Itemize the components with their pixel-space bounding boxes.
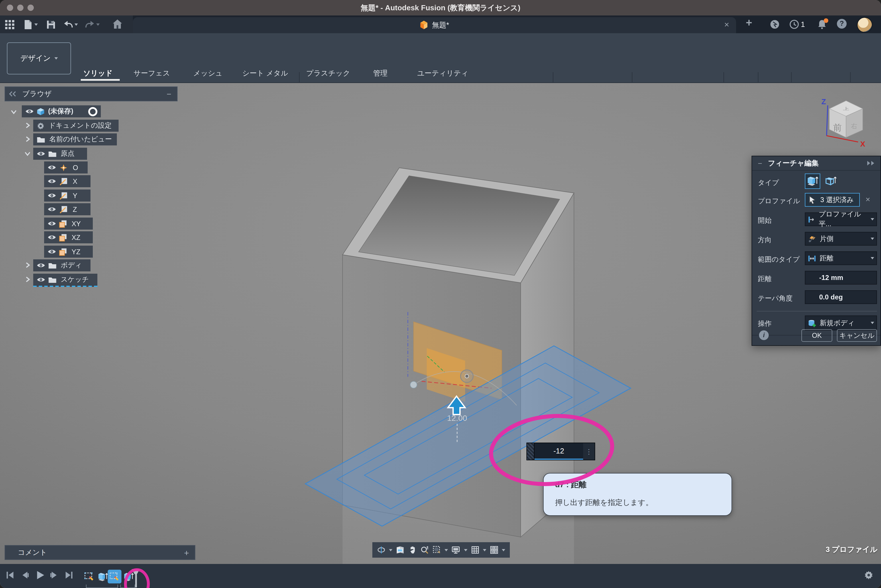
viewcube-front-label[interactable]: 前 <box>833 123 842 132</box>
eye-icon[interactable] <box>48 220 56 227</box>
inline-options-icon[interactable]: ⋮ <box>583 443 595 460</box>
timeline-feature-extrude2[interactable] <box>123 571 134 582</box>
tree-chevron[interactable] <box>24 122 31 129</box>
tree-row-named-views[interactable]: 名前の付いたビュー <box>33 134 117 146</box>
tab-close-icon[interactable]: × <box>724 20 729 29</box>
orbit-icon[interactable] <box>377 544 386 555</box>
tree-row-axis-y[interactable]: Y <box>44 189 90 201</box>
timeline-go-to-end-icon[interactable] <box>64 570 74 580</box>
eye-icon[interactable] <box>48 206 56 212</box>
undo-icon[interactable] <box>63 20 73 30</box>
eye-icon[interactable] <box>48 249 56 255</box>
eye-icon[interactable] <box>48 178 56 184</box>
info-icon[interactable]: i <box>759 330 769 340</box>
viewports-caret[interactable] <box>502 549 505 551</box>
timeline-go-to-start-icon[interactable] <box>5 570 15 580</box>
eye-icon[interactable] <box>37 262 45 268</box>
tab-surface[interactable]: サーフェス <box>134 69 170 78</box>
tree-row-plane-xy[interactable]: XY <box>44 218 93 230</box>
tree-chevron-root[interactable] <box>10 108 17 115</box>
eye-icon[interactable] <box>48 234 56 240</box>
timeline-feature-sketch2-selected[interactable] <box>108 570 122 584</box>
tree-row-bodies[interactable]: ボディ <box>33 260 90 272</box>
view-cube[interactable]: 上 前 右 Z X <box>821 98 865 148</box>
unsaved-ring-badge[interactable] <box>88 107 98 116</box>
tab-plastic[interactable]: プラスチック <box>306 69 350 78</box>
file-menu-icon[interactable] <box>23 20 33 30</box>
tree-chevron[interactable] <box>24 150 31 157</box>
display-settings-icon[interactable] <box>452 544 460 555</box>
dialog-header[interactable]: − フィーチャ編集 <box>752 156 880 171</box>
type-option-thin[interactable] <box>824 175 838 188</box>
new-tab-icon[interactable]: + <box>746 16 752 29</box>
zoom-icon[interactable] <box>421 544 429 555</box>
tab-sheetmetal[interactable]: シート メタル <box>242 69 288 78</box>
eye-icon[interactable] <box>48 192 56 199</box>
viewcube-top-label[interactable]: 上 <box>843 106 849 111</box>
grid-caret[interactable] <box>483 549 486 551</box>
distance-input[interactable]: -12 mm <box>805 271 877 285</box>
tree-chevron[interactable] <box>24 262 31 268</box>
save-icon[interactable] <box>46 20 56 30</box>
tab-manage[interactable]: 管理 <box>373 69 388 78</box>
timeline-feature-sketch1[interactable] <box>84 571 95 582</box>
timeline-play-icon[interactable] <box>35 570 45 580</box>
tree-row-plane-yz[interactable]: YZ <box>44 246 93 258</box>
timeline-step-back-icon[interactable] <box>20 570 30 580</box>
viewports-icon[interactable] <box>490 544 499 555</box>
ok-button[interactable]: OK <box>801 329 832 342</box>
direction-dropdown[interactable]: 片側 <box>805 232 877 246</box>
extent-type-dropdown[interactable]: 距離 <box>805 251 877 265</box>
cancel-button[interactable]: キャンセル <box>837 329 877 342</box>
tab-solid[interactable]: ソリッド <box>83 69 113 78</box>
dialog-pin-icon[interactable] <box>867 160 875 166</box>
eye-icon[interactable] <box>25 108 34 114</box>
viewcube-right-label[interactable]: 右 <box>851 123 857 130</box>
tree-row-origin[interactable]: 原点 <box>33 148 87 160</box>
zoom-window-icon[interactable] <box>433 544 441 555</box>
app-grid-icon[interactable] <box>5 20 15 30</box>
help-icon[interactable]: ? <box>837 19 846 28</box>
comments-panel[interactable]: コメント + <box>5 545 195 560</box>
inline-distance-input[interactable]: -12 <box>534 443 583 460</box>
origin-point[interactable] <box>410 381 417 388</box>
timeline-step-forward-icon[interactable] <box>49 570 59 580</box>
look-at-icon[interactable] <box>396 544 405 555</box>
timeline-feature-extrude1[interactable] <box>97 571 108 582</box>
dialog-collapse-icon[interactable]: − <box>758 159 762 168</box>
zoom-window-caret[interactable] <box>445 549 448 551</box>
eye-icon[interactable] <box>37 276 45 283</box>
taper-angle-input[interactable]: 0.0 deg <box>805 290 877 304</box>
undo-caret[interactable] <box>74 24 78 26</box>
operation-dropdown[interactable]: 新規ボディ <box>805 315 877 330</box>
redo-icon[interactable] <box>85 20 95 30</box>
file-menu-caret[interactable] <box>35 24 38 26</box>
rotate-handle[interactable] <box>460 370 473 382</box>
tree-row-origin-o[interactable]: O <box>44 162 88 174</box>
display-caret[interactable] <box>464 549 467 551</box>
tree-row-sketches[interactable]: スケッチ <box>33 274 98 287</box>
tree-row-plane-xz[interactable]: XZ <box>44 231 93 243</box>
orbit-caret[interactable] <box>389 549 393 551</box>
start-dropdown[interactable]: プロファイル平... <box>805 212 877 226</box>
tree-row-document-settings[interactable]: ドキュメントの設定 <box>33 120 119 132</box>
profile-select-button[interactable]: 3 選択済み <box>805 193 860 207</box>
eye-icon[interactable] <box>48 164 56 171</box>
avatar[interactable] <box>857 17 872 33</box>
eye-icon[interactable] <box>37 151 45 157</box>
tree-row-document[interactable]: (未保存) <box>22 105 101 117</box>
job-status-icon[interactable] <box>770 20 780 29</box>
tab-mesh[interactable]: メッシュ <box>193 69 223 78</box>
grid-settings-icon[interactable] <box>471 544 480 555</box>
redo-caret[interactable] <box>96 24 100 26</box>
tab-utilities[interactable]: ユーティリティ <box>417 69 469 78</box>
tree-chevron[interactable] <box>24 136 31 142</box>
tree-row-axis-x[interactable]: X <box>44 175 90 187</box>
profile-clear-icon[interactable]: × <box>866 195 870 204</box>
design-workspace-button[interactable]: デザイン <box>7 42 71 74</box>
timeline-settings-gear-icon[interactable] <box>864 570 873 580</box>
pan-icon[interactable] <box>408 544 417 555</box>
drag-handle[interactable] <box>527 443 534 460</box>
add-comment-icon[interactable]: + <box>184 548 189 557</box>
tree-chevron[interactable] <box>24 276 31 283</box>
